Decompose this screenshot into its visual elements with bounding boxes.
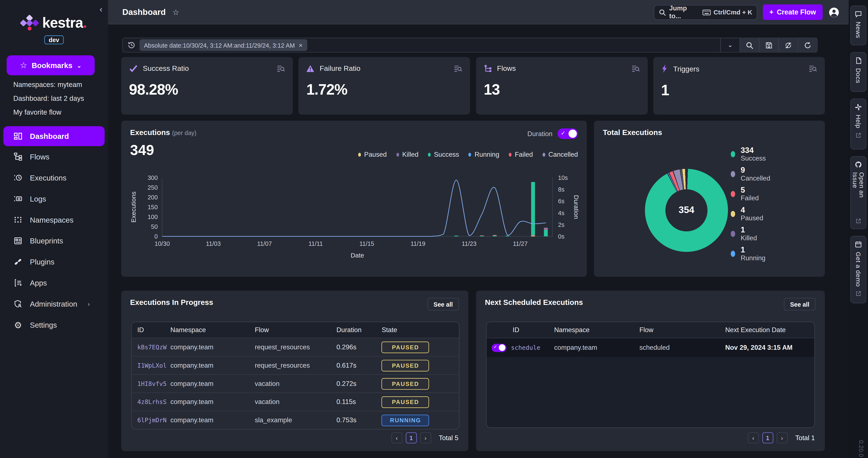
svg-text:4s: 4s [558,210,564,216]
see-all-button[interactable]: See all [427,298,459,311]
total-count: Total 5 [439,434,459,441]
tab-news[interactable]: News [850,5,866,45]
svg-text:10/30: 10/30 [155,240,170,247]
sidebar-collapse-icon[interactable]: ‹ [100,4,102,14]
calendar-icon [855,241,862,248]
namespaces-icon [13,215,23,224]
filter-save-button[interactable] [759,38,778,52]
next-page-button[interactable]: › [420,432,431,443]
filter-expand-button[interactable]: ⌄ [720,38,740,52]
svg-text:0: 0 [154,233,158,240]
sidebar-item-apps[interactable]: Apps [0,272,108,294]
bookmark-link-dashboard[interactable]: Dashboard: last 2 days [13,95,84,102]
execution-id-link[interactable]: 1HI8vfv5 [132,380,170,387]
current-page[interactable]: 1 [405,432,416,443]
table-row[interactable]: 4z8LrhsS company.team vacation 0.115s PA… [132,393,459,411]
refresh-button[interactable] [798,38,817,52]
prev-page-button[interactable]: ‹ [748,432,759,443]
duration-toggle[interactable]: ✓ [558,128,578,139]
global-search-input[interactable]: Jump to... Ctrl/Cmd + K [654,5,757,20]
svg-text:11/15: 11/15 [359,240,374,247]
donut-legend-killed[interactable]: 1Killed [731,226,770,242]
card-failure-ratio[interactable]: Failure Ratio 1.72% [299,57,470,115]
svg-text:Duration: Duration [573,195,580,219]
filter-chip-date[interactable]: Absolute date:10/30/24, 3:12 AM:and:11/2… [140,39,307,51]
sidebar-item-plugins[interactable]: Plugins [0,251,108,272]
status-badge: RUNNING [382,415,429,426]
legend-failed[interactable]: Failed [509,151,533,158]
card-success-ratio[interactable]: Success Ratio 98.28% [121,57,293,115]
sidebar-item-executions[interactable]: Executions [0,167,108,188]
chevron-down-icon: ⌄ [77,62,82,68]
donut-legend-running[interactable]: 1Running [731,246,770,262]
app-version: 0.20.0 [858,440,865,457]
sidebar-item-namespaces[interactable]: Namespaces [0,209,108,230]
svg-text:250: 250 [148,184,158,191]
executions-chart: 0501001502002503000s2s4s6s8s10s10/3011/0… [121,165,587,262]
donut-legend-failed[interactable]: 5Failed [731,186,770,202]
table-row[interactable]: ✓ schedule company.team scheduled Nov 29… [487,338,814,357]
tab-get-a-demo[interactable]: Get a demo [850,236,866,303]
sidebar-item-settings[interactable]: ⚙ Settings [0,314,108,336]
execution-id-link[interactable]: I1WpLXol [132,362,170,369]
table-row[interactable]: I1WpLXol company.team request_resources … [132,356,459,374]
next-page-button[interactable]: › [777,432,787,443]
card-flows[interactable]: Flows 13 [476,57,648,115]
bookmark-link-favorite[interactable]: My favorite flow [13,109,84,116]
flows-value: 13 [484,82,640,99]
bookmarks-button[interactable]: ☆ Bookmarks ⌄ [7,55,95,75]
table-row[interactable]: 1HI8vfv5 company.team vacation 0.272s PA… [132,374,459,393]
legend-killed[interactable]: Killed [396,151,418,158]
executions-count: 349 [130,142,154,159]
sidebar-item-dashboard[interactable]: Dashboard [3,126,104,146]
svg-text:11/23: 11/23 [462,240,476,247]
table-header: ID Namespace Flow Duration State [132,322,459,338]
see-all-button[interactable]: See all [784,298,815,311]
svg-text:Executions: Executions [130,191,137,222]
card-triggers[interactable]: Triggers 1 [653,57,825,115]
list-search-icon[interactable] [631,64,640,72]
in-progress-table: ID Namespace Flow Duration State kBs7EQz… [131,322,460,430]
executions-legend: Paused Killed Success Running Failed Can… [358,151,578,158]
donut-legend-cancelled[interactable]: 9Cancelled [731,166,770,182]
create-flow-button[interactable]: + Create Flow [763,4,823,20]
donut-legend-paused[interactable]: 4Paused [731,206,770,222]
execution-id-link[interactable]: kBs7EQzW [132,343,170,350]
sidebar-item-administration[interactable]: Administration › [0,294,108,314]
history-icon[interactable] [127,41,135,49]
prev-page-button[interactable]: ‹ [391,432,402,443]
legend-cancelled[interactable]: Cancelled [542,151,578,158]
sidebar-item-blueprints[interactable]: Blueprints [0,230,108,251]
filter-bar: Absolute date:10/30/24, 3:12 AM:and:11/2… [122,38,817,53]
plus-icon: + [769,8,773,16]
legend-running[interactable]: Running [468,151,499,158]
auto-refresh-disabled-icon[interactable] [778,38,798,52]
table-row[interactable]: 6lPjmDrN company.team sla_example 0.753s… [132,411,459,429]
sidebar-item-logs[interactable]: Logs [0,188,108,209]
filter-search-button[interactable] [740,38,759,52]
execution-id-link[interactable]: 4z8LrhsS [132,398,170,405]
list-search-icon[interactable] [454,64,462,72]
favorite-star-icon[interactable]: ☆ [173,7,180,17]
status-badge: PAUSED [382,341,429,353]
trigger-enabled-toggle[interactable]: ✓ [491,343,506,352]
donut-legend-success[interactable]: 334Success [731,146,770,162]
current-page[interactable]: 1 [762,432,773,443]
tab-docs[interactable]: Docs [850,52,866,92]
tab-help[interactable]: Help [850,98,866,150]
list-search-icon[interactable] [277,64,285,72]
bookmark-link-namespaces[interactable]: Namespaces: myteam [13,81,84,88]
svg-text:11/07: 11/07 [257,240,272,247]
legend-paused[interactable]: Paused [358,151,387,158]
sidebar-menu: Dashboard Flows Executions Logs Namespac… [0,126,108,336]
tab-open-an-issue[interactable]: Open an Issue [850,156,866,229]
user-avatar[interactable] [828,6,840,18]
legend-success[interactable]: Success [428,151,459,158]
list-search-icon[interactable] [809,65,817,72]
execution-id-link[interactable]: 6lPjmDrN [132,417,170,424]
close-icon[interactable]: × [299,41,303,49]
table-row[interactable]: kBs7EQzW company.team request_resources … [132,338,459,356]
stat-cards: Success Ratio 98.28% Failure Ratio 1.72%… [121,57,825,115]
sidebar-item-flows[interactable]: Flows [0,146,108,167]
svg-text:11/27: 11/27 [513,240,528,247]
